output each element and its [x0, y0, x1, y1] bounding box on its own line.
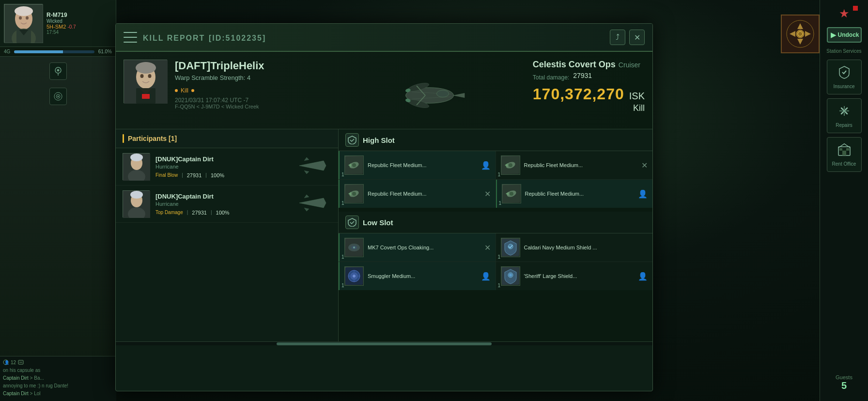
high-slot-action-2[interactable]: ✕	[641, 161, 648, 170]
kill-tag: Kill	[175, 87, 194, 94]
guests-label: Guests	[836, 374, 852, 380]
right-sidebar: ★ ▶ Undock Station Services Insurance Re…	[820, 0, 868, 401]
modal-content: Participants [1] [DNUK]Captain Dirt Hurr…	[116, 129, 652, 341]
isk-currency: ISK	[629, 91, 645, 102]
damage-label: Total damage:	[533, 74, 569, 81]
ship-class: Cruiser	[619, 61, 640, 69]
status-bar: 4G 61.0%	[0, 47, 116, 57]
high-slot-item-3: 1 Republic Fleet Medium... ✕	[339, 180, 496, 208]
svg-point-36	[436, 90, 449, 97]
svg-point-40	[130, 154, 143, 161]
slots-panel: High Slot 1	[339, 129, 652, 341]
low-slot-item-1: 1 MK7 Covert Ops Cloaking... ✕	[339, 233, 496, 262]
svg-point-8	[19, 16, 22, 20]
participant-item-1: [DNUK]Captain Dirt Hurricane Final Blow …	[116, 148, 338, 185]
kill-info: [DAFT]TripleHelix Warp Scramble Strength…	[116, 52, 652, 129]
menu-icon[interactable]	[124, 32, 137, 43]
left-panel: R-M719 Wicked 5H-SM2 -0.7 17:54 4G 61.0%	[0, 0, 116, 401]
svg-point-60	[353, 247, 355, 248]
high-slot-shield-icon	[345, 133, 359, 147]
high-slot-action-4[interactable]: 👤	[638, 189, 648, 199]
guests-count: 5	[841, 380, 847, 391]
low-slot-action-1[interactable]: ✕	[484, 243, 491, 252]
svg-rect-26	[142, 94, 150, 99]
target-icon[interactable]	[49, 88, 67, 105]
low-slot-title: Low Slot	[363, 218, 393, 227]
undock-button[interactable]: ▶ Undock	[827, 27, 862, 43]
svg-point-50	[509, 163, 512, 167]
high-slot-action-3[interactable]: ✕	[484, 189, 491, 199]
insurance-button[interactable]: Insurance	[827, 60, 862, 94]
high-slot-title: High Slot	[363, 136, 395, 144]
char-location: 5H-SM2 -0.7	[46, 24, 76, 30]
scrollbar[interactable]	[116, 341, 652, 345]
participants-header: Participants [1]	[116, 129, 338, 148]
high-slot-item-1: 1 Republic Fleet Medium... 👤	[339, 151, 496, 179]
repairs-icon	[837, 104, 851, 121]
svg-text:👤: 👤	[4, 360, 9, 365]
high-slot-icon-4	[502, 184, 521, 203]
low-slot-section: Low Slot 1 M	[339, 212, 652, 290]
high-slot-action-1[interactable]: 👤	[481, 161, 491, 170]
low-slot-grid: 1 MK7 Covert Ops Cloaking... ✕	[339, 233, 652, 290]
svg-rect-72	[842, 151, 846, 155]
svg-rect-74	[846, 148, 849, 151]
svg-point-22	[136, 62, 156, 74]
high-slot-section: High Slot 1	[339, 129, 652, 208]
low-slot-icon-1	[344, 238, 364, 257]
svg-point-70	[843, 109, 846, 112]
chat-msg-3: annoying to me :) n rug Dante!	[3, 383, 113, 389]
kill-result: Kill	[533, 103, 645, 113]
low-slot-icon-4	[501, 266, 520, 286]
chat-msg-4: Captain Dirt > Lol	[3, 390, 113, 397]
svg-point-56	[510, 192, 513, 196]
ship-stats: Celestis Covert Ops Cruiser Total damage…	[533, 60, 645, 113]
close-button[interactable]: ✕	[629, 30, 645, 45]
svg-point-12	[57, 69, 59, 72]
low-slot-item-2: 1 Caldari Navy Medium Shield ...	[496, 233, 653, 262]
svg-point-47	[352, 163, 356, 167]
modal-actions: ⤴ ✕	[610, 30, 645, 45]
svg-point-23	[140, 74, 144, 78]
export-button[interactable]: ⤴	[610, 30, 625, 45]
chat-member-count: 12	[11, 360, 16, 365]
svg-point-69	[509, 274, 512, 277]
chat-header: 👤 12	[3, 359, 113, 365]
high-slot-item-2: 1 Republic Fleet Medium... ✕	[496, 151, 653, 179]
rent-office-button[interactable]: Rent Office	[827, 137, 862, 172]
chat-area: 👤 12 on his capsule as Captain Dirt > Ba…	[0, 356, 116, 401]
rent-office-icon	[837, 143, 851, 159]
svg-point-24	[148, 74, 152, 78]
kill-report-modal: KILL REPORT [ID:5102235] ⤴ ✕	[115, 23, 653, 391]
ship-name: Celestis Covert Ops	[533, 60, 616, 70]
character-avatar	[4, 4, 43, 43]
guests-section: Guests 5	[836, 176, 852, 397]
insurance-icon	[837, 65, 851, 82]
shield-bar	[14, 50, 94, 53]
modal-header: KILL REPORT [ID:5102235] ⤴ ✕	[116, 24, 652, 52]
shield-pct: 61.0%	[98, 49, 112, 54]
svg-point-44	[130, 191, 143, 199]
low-slot-action-3[interactable]: 👤	[481, 272, 491, 281]
repairs-button[interactable]: Repairs	[827, 98, 862, 133]
modal-title: KILL REPORT [ID:5102235]	[143, 32, 266, 43]
low-slot-shield-icon	[345, 216, 359, 229]
station-services-label: Station Services	[824, 46, 863, 56]
svg-rect-73	[839, 148, 842, 151]
svg-point-53	[352, 192, 356, 196]
char-faction: Wicked	[46, 18, 76, 24]
chat-msg-1: on his capsule as	[3, 367, 113, 374]
low-slot-action-4[interactable]: 👤	[638, 272, 648, 281]
victim-avatar	[124, 60, 167, 103]
high-slot-grid: 1 Republic Fleet Medium... 👤	[339, 151, 652, 208]
char-id: R-M719	[46, 12, 76, 18]
location-icon[interactable]	[49, 62, 67, 80]
svg-point-66	[353, 275, 356, 278]
alert-dot	[853, 6, 858, 11]
low-slot-header: Low Slot	[339, 212, 652, 233]
scrollbar-thumb[interactable]	[277, 342, 491, 345]
char-time: 17:54	[46, 30, 76, 35]
ship-display	[381, 57, 478, 134]
shield-fill	[14, 50, 63, 53]
participant-avatar-1	[123, 153, 150, 180]
